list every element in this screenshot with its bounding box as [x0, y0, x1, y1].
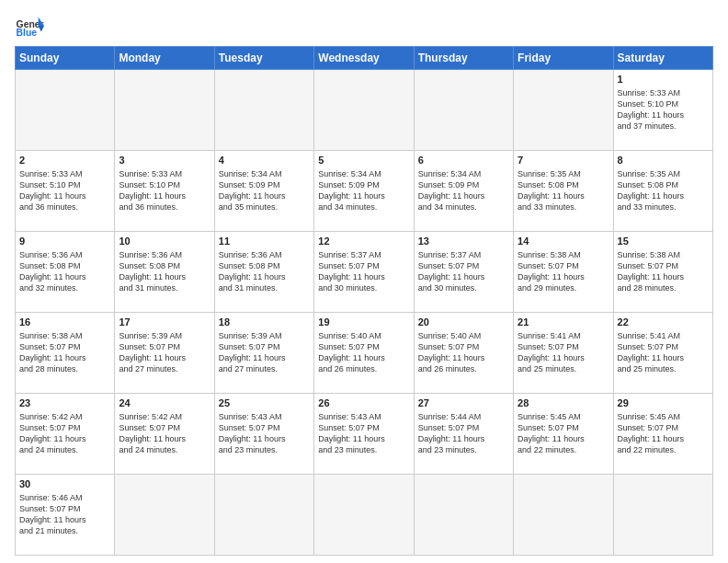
calendar-cell: 14Sunrise: 5:38 AM Sunset: 5:07 PM Dayli…	[514, 232, 613, 313]
cell-text: Sunrise: 5:46 AM Sunset: 5:07 PM Dayligh…	[19, 492, 110, 537]
calendar-cell: 10Sunrise: 5:36 AM Sunset: 5:08 PM Dayli…	[115, 232, 214, 313]
day-number: 9	[19, 235, 110, 248]
calendar-cell: 11Sunrise: 5:36 AM Sunset: 5:08 PM Dayli…	[214, 232, 313, 313]
weekday-header-friday: Friday	[514, 47, 613, 70]
calendar-cell: 1Sunrise: 5:33 AM Sunset: 5:10 PM Daylig…	[613, 70, 712, 151]
cell-text: Sunrise: 5:41 AM Sunset: 5:07 PM Dayligh…	[618, 330, 709, 375]
cell-text: Sunrise: 5:36 AM Sunset: 5:08 PM Dayligh…	[19, 249, 110, 294]
day-number: 11	[219, 235, 310, 248]
calendar-week-1: 1Sunrise: 5:33 AM Sunset: 5:10 PM Daylig…	[16, 70, 713, 151]
calendar-cell	[514, 70, 613, 151]
calendar-cell: 8Sunrise: 5:35 AM Sunset: 5:08 PM Daylig…	[613, 151, 712, 232]
cell-text: Sunrise: 5:43 AM Sunset: 5:07 PM Dayligh…	[219, 411, 310, 456]
calendar-cell: 15Sunrise: 5:38 AM Sunset: 5:07 PM Dayli…	[613, 232, 712, 313]
calendar-cell	[613, 475, 712, 556]
page: General Blue SundayMondayTuesdayWednesda…	[0, 0, 728, 563]
cell-text: Sunrise: 5:35 AM Sunset: 5:08 PM Dayligh…	[518, 168, 609, 213]
cell-text: Sunrise: 5:37 AM Sunset: 5:07 PM Dayligh…	[418, 249, 509, 294]
calendar-cell	[414, 475, 513, 556]
day-number: 12	[318, 235, 409, 248]
calendar-cell: 4Sunrise: 5:34 AM Sunset: 5:09 PM Daylig…	[214, 151, 313, 232]
calendar-cell: 22Sunrise: 5:41 AM Sunset: 5:07 PM Dayli…	[613, 313, 712, 394]
day-number: 13	[418, 235, 509, 248]
day-number: 14	[518, 235, 609, 248]
cell-text: Sunrise: 5:42 AM Sunset: 5:07 PM Dayligh…	[19, 411, 110, 456]
calendar-cell: 9Sunrise: 5:36 AM Sunset: 5:08 PM Daylig…	[16, 232, 115, 313]
day-number: 16	[19, 316, 110, 329]
calendar-week-5: 23Sunrise: 5:42 AM Sunset: 5:07 PM Dayli…	[16, 394, 713, 475]
day-number: 6	[418, 154, 509, 167]
calendar-cell: 28Sunrise: 5:45 AM Sunset: 5:07 PM Dayli…	[514, 394, 613, 475]
calendar-week-3: 9Sunrise: 5:36 AM Sunset: 5:08 PM Daylig…	[16, 232, 713, 313]
cell-text: Sunrise: 5:34 AM Sunset: 5:09 PM Dayligh…	[418, 168, 509, 213]
calendar-week-2: 2Sunrise: 5:33 AM Sunset: 5:10 PM Daylig…	[16, 151, 713, 232]
logo-icon: General Blue	[15, 11, 44, 40]
cell-text: Sunrise: 5:38 AM Sunset: 5:07 PM Dayligh…	[618, 249, 709, 294]
cell-text: Sunrise: 5:36 AM Sunset: 5:08 PM Dayligh…	[219, 249, 310, 294]
cell-text: Sunrise: 5:40 AM Sunset: 5:07 PM Dayligh…	[318, 330, 409, 375]
cell-text: Sunrise: 5:33 AM Sunset: 5:10 PM Dayligh…	[19, 168, 110, 213]
calendar-cell: 6Sunrise: 5:34 AM Sunset: 5:09 PM Daylig…	[414, 151, 513, 232]
svg-text:Blue: Blue	[17, 28, 38, 38]
calendar-cell: 2Sunrise: 5:33 AM Sunset: 5:10 PM Daylig…	[16, 151, 115, 232]
day-number: 7	[518, 154, 609, 167]
cell-text: Sunrise: 5:34 AM Sunset: 5:09 PM Dayligh…	[219, 168, 310, 213]
day-number: 30	[19, 477, 110, 491]
day-number: 22	[618, 316, 709, 329]
calendar-cell: 27Sunrise: 5:44 AM Sunset: 5:07 PM Dayli…	[414, 394, 513, 475]
cell-text: Sunrise: 5:41 AM Sunset: 5:07 PM Dayligh…	[518, 330, 609, 375]
day-number: 1	[618, 73, 709, 86]
cell-text: Sunrise: 5:34 AM Sunset: 5:09 PM Dayligh…	[318, 168, 409, 213]
cell-text: Sunrise: 5:36 AM Sunset: 5:08 PM Dayligh…	[119, 249, 210, 294]
calendar-week-4: 16Sunrise: 5:38 AM Sunset: 5:07 PM Dayli…	[16, 313, 713, 394]
day-number: 27	[418, 396, 509, 410]
calendar-cell: 29Sunrise: 5:45 AM Sunset: 5:07 PM Dayli…	[613, 394, 712, 475]
cell-text: Sunrise: 5:40 AM Sunset: 5:07 PM Dayligh…	[418, 330, 509, 375]
day-number: 15	[618, 235, 709, 248]
calendar-cell	[214, 475, 313, 556]
cell-text: Sunrise: 5:38 AM Sunset: 5:07 PM Dayligh…	[518, 249, 609, 294]
calendar-cell: 26Sunrise: 5:43 AM Sunset: 5:07 PM Dayli…	[314, 394, 414, 475]
cell-text: Sunrise: 5:38 AM Sunset: 5:07 PM Dayligh…	[19, 330, 110, 375]
calendar-cell	[115, 475, 214, 556]
day-number: 17	[119, 316, 210, 329]
calendar-cell: 24Sunrise: 5:42 AM Sunset: 5:07 PM Dayli…	[115, 394, 214, 475]
calendar-cell: 3Sunrise: 5:33 AM Sunset: 5:10 PM Daylig…	[115, 151, 214, 232]
calendar-cell: 16Sunrise: 5:38 AM Sunset: 5:07 PM Dayli…	[16, 313, 115, 394]
cell-text: Sunrise: 5:45 AM Sunset: 5:07 PM Dayligh…	[518, 411, 609, 456]
calendar-cell: 30Sunrise: 5:46 AM Sunset: 5:07 PM Dayli…	[16, 475, 115, 556]
cell-text: Sunrise: 5:33 AM Sunset: 5:10 PM Dayligh…	[618, 87, 709, 132]
calendar-cell	[16, 70, 115, 151]
day-number: 24	[119, 396, 210, 410]
weekday-header-sunday: Sunday	[16, 47, 115, 70]
header: General Blue	[15, 11, 713, 40]
day-number: 19	[318, 316, 409, 329]
calendar-cell: 23Sunrise: 5:42 AM Sunset: 5:07 PM Dayli…	[16, 394, 115, 475]
day-number: 23	[19, 396, 110, 410]
calendar-header: SundayMondayTuesdayWednesdayThursdayFrid…	[16, 47, 713, 70]
day-number: 29	[618, 396, 709, 410]
weekday-header-wednesday: Wednesday	[314, 47, 414, 70]
calendar-cell: 5Sunrise: 5:34 AM Sunset: 5:09 PM Daylig…	[314, 151, 414, 232]
logo: General Blue	[15, 11, 44, 40]
cell-text: Sunrise: 5:43 AM Sunset: 5:07 PM Dayligh…	[318, 411, 409, 456]
cell-text: Sunrise: 5:33 AM Sunset: 5:10 PM Dayligh…	[119, 168, 210, 213]
day-number: 8	[618, 154, 709, 167]
cell-text: Sunrise: 5:45 AM Sunset: 5:07 PM Dayligh…	[618, 411, 709, 456]
weekday-header-thursday: Thursday	[414, 47, 513, 70]
weekday-header-saturday: Saturday	[613, 47, 712, 70]
calendar-cell: 25Sunrise: 5:43 AM Sunset: 5:07 PM Dayli…	[214, 394, 313, 475]
calendar-cell: 7Sunrise: 5:35 AM Sunset: 5:08 PM Daylig…	[514, 151, 613, 232]
day-number: 20	[418, 316, 509, 329]
day-number: 4	[219, 154, 310, 167]
day-number: 5	[318, 154, 409, 167]
cell-text: Sunrise: 5:35 AM Sunset: 5:08 PM Dayligh…	[618, 168, 709, 213]
calendar-cell: 20Sunrise: 5:40 AM Sunset: 5:07 PM Dayli…	[414, 313, 513, 394]
day-number: 21	[518, 316, 609, 329]
calendar-cell	[115, 70, 214, 151]
cell-text: Sunrise: 5:39 AM Sunset: 5:07 PM Dayligh…	[119, 330, 210, 375]
calendar-cell: 17Sunrise: 5:39 AM Sunset: 5:07 PM Dayli…	[115, 313, 214, 394]
day-number: 2	[19, 154, 110, 167]
cell-text: Sunrise: 5:39 AM Sunset: 5:07 PM Dayligh…	[219, 330, 310, 375]
calendar-cell	[314, 475, 414, 556]
